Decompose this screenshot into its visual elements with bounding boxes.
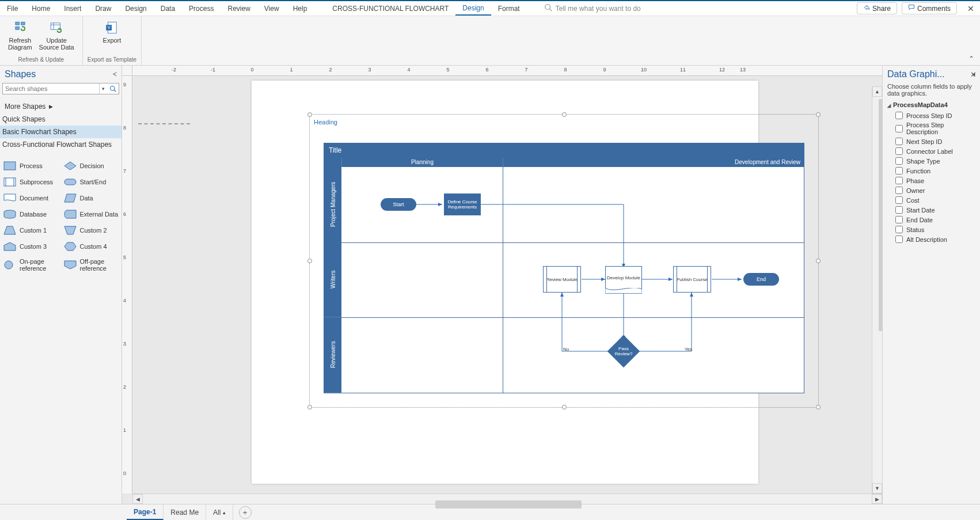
shape-data[interactable]: Data	[62, 190, 122, 206]
checkbox[interactable]	[895, 112, 903, 119]
tab-process[interactable]: Process	[182, 1, 221, 16]
dg-field[interactable]: Cost	[887, 195, 975, 205]
shape-start-end[interactable]: Start/End	[62, 174, 122, 190]
shape-onpage-ref[interactable]: On-page reference	[1, 255, 62, 275]
refresh-diagram-button[interactable]: Refresh Diagram	[5, 18, 36, 55]
tab-review[interactable]: Review	[221, 1, 257, 16]
lane-project-managers[interactable]: Project Managers	[324, 167, 341, 242]
dg-field[interactable]: Owner	[887, 185, 975, 195]
lane-reviewers[interactable]: Reviewers	[324, 317, 341, 393]
dg-field[interactable]: Status	[887, 225, 975, 234]
dg-section-header[interactable]: ProcessMapData4	[887, 101, 975, 108]
page-tab-all[interactable]: All ▴	[206, 504, 233, 520]
sel-handle[interactable]	[562, 112, 567, 117]
shape-document[interactable]: Document	[1, 190, 62, 206]
scroll-right-icon[interactable]: ▶	[872, 494, 882, 504]
dg-field[interactable]: Phase	[887, 176, 975, 185]
lane-writers[interactable]: Writers	[324, 242, 341, 317]
cat-quick-shapes[interactable]: Quick Shapes	[0, 113, 121, 126]
shape-search[interactable]: ▾	[2, 83, 119, 94]
scroll-down-icon[interactable]: ▼	[872, 483, 882, 494]
phase-development[interactable]: Development and Review	[503, 158, 804, 166]
shape-offpage-ref[interactable]: Off-page reference	[62, 255, 122, 275]
tab-help[interactable]: Help	[286, 1, 314, 16]
tab-design-contextual[interactable]: Design	[455, 1, 491, 16]
tab-format[interactable]: Format	[491, 1, 527, 16]
tab-file[interactable]: File	[0, 1, 25, 16]
dg-field[interactable]: Next Step ID	[887, 136, 975, 146]
shape-search-input[interactable]	[3, 83, 99, 94]
tab-design[interactable]: Design	[118, 1, 153, 16]
page-tab-readme[interactable]: Read Me	[164, 504, 206, 520]
checkbox[interactable]	[895, 216, 903, 223]
shape-end[interactable]: End	[743, 273, 779, 286]
ribbon-collapse-button[interactable]: ⌃	[968, 55, 974, 63]
cat-basic-flowchart[interactable]: Basic Flowchart Shapes	[0, 126, 121, 138]
shape-publish-course[interactable]: Publish Course	[673, 266, 711, 293]
shape-database[interactable]: Database	[1, 206, 62, 222]
tab-view[interactable]: View	[257, 1, 286, 16]
checkbox[interactable]	[895, 226, 903, 233]
shape-review-module[interactable]: Review Module	[543, 266, 581, 293]
shape-start[interactable]: Start	[381, 198, 416, 211]
comments-button[interactable]: Comments	[902, 2, 957, 14]
close-button[interactable]: ✕	[962, 4, 980, 13]
checkbox[interactable]	[895, 147, 903, 155]
dg-field[interactable]: Alt Description	[887, 234, 975, 244]
checkbox[interactable]	[895, 206, 903, 214]
checkbox[interactable]	[895, 125, 903, 132]
search-go-icon[interactable]	[107, 83, 119, 94]
drawing-page[interactable]: Heading Title Planning	[252, 81, 758, 484]
export-button[interactable]: V Export	[100, 18, 125, 55]
dg-field[interactable]: Connector Label	[887, 146, 975, 156]
scroll-left-icon[interactable]: ◀	[132, 494, 143, 504]
shape-custom4[interactable]: Custom 4	[62, 238, 122, 255]
tab-cross-functional[interactable]: CROSS-FUNCTIONAL FLOWCHART	[325, 1, 455, 16]
shape-custom3[interactable]: Custom 3	[1, 238, 62, 255]
checkbox[interactable]	[895, 167, 903, 174]
swimlane-container[interactable]: Title Planning Development and Review Pr…	[324, 143, 804, 393]
shape-custom1[interactable]: Custom 1	[1, 222, 62, 238]
horizontal-scrollbar[interactable]: ◀ ▶	[132, 494, 882, 504]
dg-field[interactable]: Process Step ID	[887, 111, 975, 120]
sel-handle[interactable]	[307, 112, 312, 117]
shape-external-data[interactable]: External Data	[62, 206, 122, 222]
shape-decision[interactable]: Decision	[62, 158, 122, 174]
vertical-scrollbar[interactable]: ▲ ▼	[872, 86, 882, 494]
checkbox[interactable]	[895, 187, 903, 194]
dg-field[interactable]: Start Date	[887, 205, 975, 215]
shape-custom2[interactable]: Custom 2	[62, 222, 122, 238]
sel-handle[interactable]	[562, 405, 567, 409]
search-dropdown-icon[interactable]: ▾	[99, 83, 107, 94]
more-shapes[interactable]: More Shapes▶	[0, 99, 121, 113]
panel-close-icon[interactable]: ✕	[970, 70, 977, 79]
tab-home[interactable]: Home	[25, 1, 57, 16]
dg-field[interactable]: Process Step Description	[887, 120, 975, 136]
checkbox[interactable]	[895, 177, 903, 184]
checkbox[interactable]	[895, 236, 903, 243]
add-page-button[interactable]: ＋	[239, 506, 252, 519]
checkbox[interactable]	[895, 196, 903, 204]
dg-field[interactable]: Function	[887, 166, 975, 176]
sel-handle[interactable]	[816, 259, 821, 263]
dg-field[interactable]: End Date	[887, 215, 975, 225]
shape-subprocess[interactable]: Subprocess	[1, 174, 62, 190]
scroll-up-icon[interactable]: ▲	[872, 86, 882, 97]
sel-handle[interactable]	[307, 405, 312, 409]
canvas[interactable]: Heading Title Planning	[132, 76, 882, 504]
shape-process[interactable]: Process	[1, 158, 62, 174]
checkbox[interactable]	[895, 157, 903, 165]
tab-data[interactable]: Data	[154, 1, 182, 16]
collapse-shapes-icon[interactable]: <	[113, 70, 117, 78]
tab-draw[interactable]: Draw	[88, 1, 118, 16]
shape-develop-module[interactable]: Develop Module	[605, 266, 642, 289]
tab-insert[interactable]: Insert	[57, 1, 88, 16]
cat-cross-functional[interactable]: Cross-Functional Flowchart Shapes	[0, 138, 121, 151]
update-source-button[interactable]: Update Source Data	[36, 18, 78, 55]
dg-field[interactable]: Shape Type	[887, 156, 975, 166]
shape-decision-pass-review[interactable]: Pass Review?	[607, 335, 640, 368]
share-button[interactable]: Share	[857, 2, 897, 14]
checkbox[interactable]	[895, 138, 903, 145]
shape-define-requirements[interactable]: Define Course Requirements	[444, 193, 481, 215]
tell-me-search[interactable]: Tell me what you want to do	[544, 3, 641, 13]
